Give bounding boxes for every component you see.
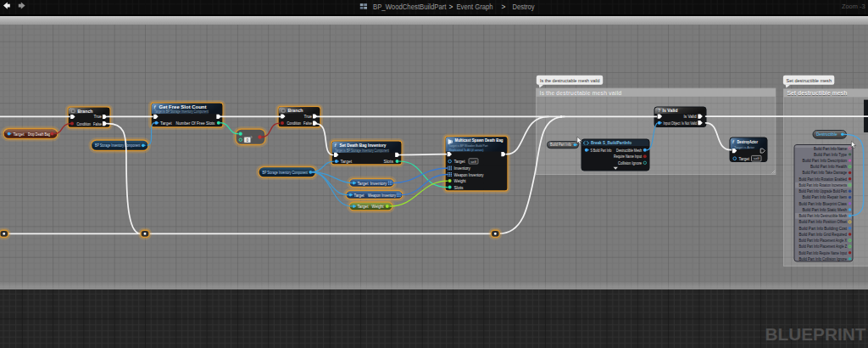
svg-text:Build Part Info Position Offse: Build Part Info Position Offset: [799, 220, 848, 224]
svg-text:BP Storage Inventory Component: BP Storage Inventory Component: [95, 143, 141, 148]
svg-text:Is Valid: Is Valid: [684, 115, 697, 119]
svg-text:Is the destructable mesh vaild: Is the destructable mesh vaild: [540, 90, 622, 96]
svg-text:Set destructible mesh: Set destructible mesh: [787, 78, 832, 83]
svg-text:Weapon Inventory: Weapon Inventory: [454, 172, 484, 177]
svg-text:self: self: [470, 160, 476, 164]
svg-text:Build Part Info Name: Build Part Info Name: [814, 147, 847, 151]
svg-text:Drop Death Bag: Drop Death Bag: [28, 132, 50, 137]
svg-text:Build Part Info Rotation Incre: Build Part Info Rotation Increments: [799, 183, 848, 188]
svg-text:?: ?: [658, 108, 660, 113]
svg-text:BP Storage Inventory Component: BP Storage Inventory Component: [263, 171, 309, 175]
svg-text:Break S_BuildPartInfo: Break S_BuildPartInfo: [591, 140, 632, 145]
svg-text:True: True: [94, 114, 103, 119]
svg-text:Set destructible mesh: Set destructible mesh: [787, 90, 848, 96]
svg-text:Build Part Info Take Damage: Build Part Info Take Damage: [802, 171, 847, 175]
svg-text:Build Part Info Placement Angl: Build Part Info Placement Angle X: [799, 239, 848, 243]
svg-text:Build Part Info: Build Part Info: [550, 143, 571, 147]
svg-text:Destructible Mesh: Destructible Mesh: [616, 149, 642, 153]
svg-text:Build Part Info Upgrade Build: Build Part Info Upgrade Build Part: [799, 189, 848, 194]
svg-text:Build Part Info Rotation Enabl: Build Part Info Rotation Enabled: [799, 177, 848, 182]
svg-text:Is Not Valid: Is Not Valid: [682, 121, 697, 126]
svg-text:>: >: [502, 3, 506, 11]
svg-text:Build Part Info Building Cost: Build Part Info Building Cost: [799, 227, 848, 231]
svg-text:Build Part Info Placement Angl: Build Part Info Placement Angle Z: [799, 244, 848, 249]
svg-text:Build Part Info Require Name I: Build Part Info Require Name Input: [799, 251, 848, 255]
svg-text:Condition: Condition: [77, 121, 92, 126]
svg-text:Slots: Slots: [384, 159, 394, 164]
svg-text:Destructible: Destructible: [816, 132, 837, 137]
svg-text:Condition: Condition: [287, 121, 302, 126]
svg-text:Build Part Info Blueprint Clas: Build Part Info Blueprint Class: [799, 202, 848, 206]
svg-text:False: False: [93, 121, 102, 126]
svg-text:True: True: [304, 114, 313, 119]
svg-text:Zoom -3: Zoom -3: [842, 3, 865, 10]
svg-text:Target: Target: [160, 121, 172, 126]
svg-text:Weapon Inventory: Weapon Inventory: [368, 194, 397, 198]
svg-text:Target is BP Storage Inventory: Target is BP Storage Inventory Component: [335, 149, 390, 153]
svg-text:S Build Part Info: S Build Part Info: [591, 149, 612, 153]
svg-text:Build Part Info Static Mesh: Build Part Info Static Mesh: [802, 208, 847, 212]
svg-text:Target is BP Storage Inventory: Target is BP Storage Inventory Component: [154, 109, 209, 114]
svg-text:Build Part Info Health: Build Part Info Health: [810, 165, 847, 169]
svg-text:Event Graph: Event Graph: [457, 3, 493, 11]
svg-text:Input Object: Input Object: [664, 121, 682, 126]
svg-text:Require Name Input: Require Name Input: [614, 154, 643, 159]
svg-text:DestroyActor: DestroyActor: [737, 139, 759, 144]
svg-text:Weight: Weight: [454, 178, 467, 183]
svg-text:>: >: [449, 3, 453, 11]
svg-text:Slots: Slots: [454, 185, 464, 190]
svg-text:Collision Ignore: Collision Ignore: [618, 161, 642, 166]
svg-text:Weight: Weight: [372, 205, 385, 209]
svg-text:BLUEPRINT: BLUEPRINT: [765, 324, 866, 344]
svg-text:Branch: Branch: [78, 109, 94, 114]
svg-text:Target: Target: [358, 182, 370, 186]
svg-text:Target: Target: [358, 205, 370, 209]
svg-text:Build Part Info Description: Build Part Info Description: [802, 159, 847, 163]
svg-text:Multicast Spawn Death Bag: Multicast Spawn Death Bag: [455, 138, 504, 143]
svg-text:Target: Target: [14, 132, 25, 137]
svg-text:Is Valid: Is Valid: [663, 108, 678, 113]
svg-text:Target: Target: [739, 156, 750, 161]
svg-text:Build Part Info Repair Item: Build Part Info Repair Item: [802, 195, 847, 199]
svg-text:Inventory: Inventory: [454, 166, 471, 171]
svg-text:Build Part Info Grid Required: Build Part Info Grid Required: [799, 233, 848, 237]
svg-text:Target: Target: [454, 159, 466, 164]
svg-text:Set Death Bag Inventory: Set Death Bag Inventory: [340, 143, 387, 148]
svg-text:Build Part Info Collision Igno: Build Part Info Collision Ignore: [799, 257, 848, 261]
svg-text:Is the destructable mesh vaild: Is the destructable mesh vaild: [540, 78, 600, 83]
svg-text:False: False: [303, 121, 312, 126]
svg-text:Build Part Info Type: Build Part Info Type: [814, 153, 847, 157]
svg-text:Target: Target: [341, 159, 353, 164]
svg-text:BP_WoodChestBuildPart: BP_WoodChestBuildPart: [373, 3, 447, 11]
svg-text:Branch: Branch: [288, 108, 304, 113]
svg-text:Target: Target: [354, 194, 365, 198]
svg-text:Number Of Free Slots: Number Of Free Slots: [176, 121, 215, 126]
svg-text:self: self: [754, 156, 760, 160]
svg-text:Destroy: Destroy: [513, 3, 536, 11]
svg-text:Build Part Info Destructible M: Build Part Info Destructible Mesh: [799, 214, 848, 218]
svg-text:Target is Actor: Target is Actor: [734, 145, 754, 149]
svg-text:Inventory: Inventory: [370, 182, 388, 186]
